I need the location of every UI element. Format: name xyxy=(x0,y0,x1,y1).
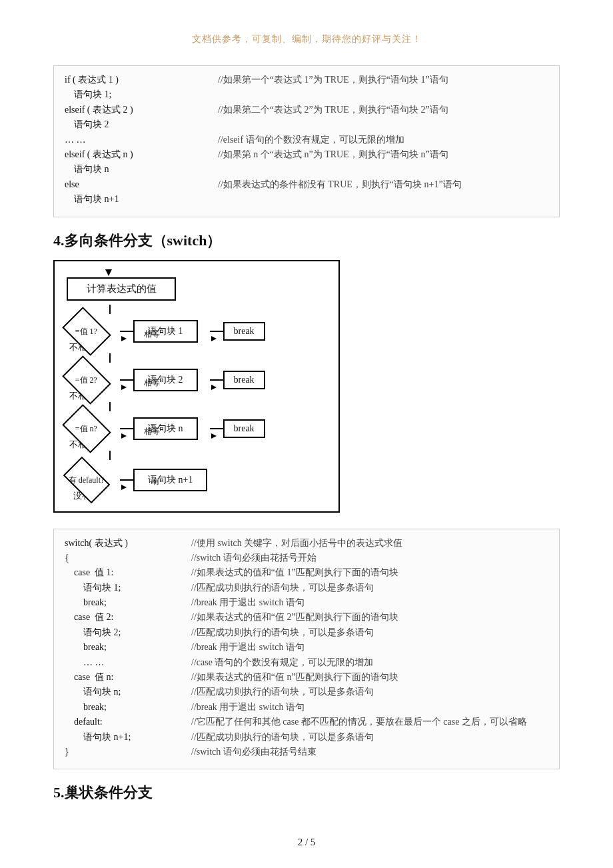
code-text: break; xyxy=(65,595,191,610)
code-text: switch( 表达式 ) xyxy=(65,536,191,551)
code-text: break; xyxy=(65,700,191,715)
code-text: elseif ( 表达式 n ) xyxy=(65,147,218,162)
equal-label: 相等 xyxy=(144,329,326,340)
code-comment: //匹配成功则执行的语句块，可以是多条语句 xyxy=(191,685,548,699)
equal-label: 相等 xyxy=(144,377,326,389)
arrow-right-icon xyxy=(120,428,133,429)
code-comment: //case 语句的个数没有规定，可以无限的增加 xyxy=(191,655,548,670)
code-text: case 值 n: xyxy=(65,670,191,685)
switch-flowchart: 计算表达式的值 =值 1? 语句块 1 break 相等 不相等 =值 2? 语… xyxy=(53,260,340,513)
equal-label: 相等 xyxy=(144,426,326,437)
code-text: default: xyxy=(65,715,191,729)
code-comment: //如果第 n 个“表达式 n”为 TRUE，则执行“语句块 n”语句 xyxy=(218,147,548,162)
code-text: 语句块 2; xyxy=(65,625,191,640)
code-text: 语句块 n+1 xyxy=(65,192,218,207)
code-comment: //匹配成功则执行的语句块，可以是多条语句 xyxy=(191,581,548,595)
code-text: 语句块 n xyxy=(65,162,218,177)
not-equal-label: 不相等 xyxy=(69,341,326,353)
switch-code-figure: switch( 表达式 )//使用 switch 关键字，对后面小括号中的表达式… xyxy=(53,529,560,770)
code-comment xyxy=(218,117,548,132)
if-elseif-code-block: if ( 表达式 1 )//如果第一个“表达式 1”为 TRUE，则执行“语句块… xyxy=(53,65,560,217)
flow-line xyxy=(109,402,111,411)
code-text: if ( 表达式 1 ) xyxy=(65,73,218,87)
code-text: } xyxy=(65,745,191,759)
code-comment: //它匹配了任何和其他 case 都不匹配的情况，要放在最后一个 case 之后… xyxy=(191,715,548,729)
code-text: … … xyxy=(65,133,218,147)
code-comment: //break 用于退出 switch 语句 xyxy=(191,595,548,610)
flowchart-start-box: 计算表达式的值 xyxy=(67,277,176,301)
code-text: break; xyxy=(65,640,191,655)
code-comment: //匹配成功则执行的语句块，可以是多条语句 xyxy=(191,625,548,640)
none-label: 没有 xyxy=(73,490,326,502)
page-footer: 2 / 5 xyxy=(0,837,613,848)
code-text: else xyxy=(65,177,218,192)
code-comment: //elseif 语句的个数没有规定，可以无限的增加 xyxy=(218,133,548,147)
switch-code-block: switch( 表达式 )//使用 switch 关键字，对后面小括号中的表达式… xyxy=(53,529,560,770)
not-equal-label: 不相等 xyxy=(69,390,326,402)
code-text: 语句块 1; xyxy=(65,581,191,595)
code-comment: //break 用于退出 switch 语句 xyxy=(191,640,548,655)
header-note: 文档供参考，可复制、编制，期待您的好评与关注！ xyxy=(53,33,560,45)
code-comment: //如果第二个“表达式 2”为 TRUE，则执行“语句块 2”语句 xyxy=(218,103,548,117)
code-text: case 值 1: xyxy=(65,565,191,580)
code-comment: //如果表达式的值和“值 2”匹配则执行下面的语句块 xyxy=(191,610,548,625)
arrow-right-icon xyxy=(120,379,133,381)
code-text: … … xyxy=(65,655,191,670)
statement-box: 语句块 n+1 xyxy=(133,469,207,491)
code-text: 语句块 1; xyxy=(65,87,218,102)
code-comment: //如果第一个“表达式 1”为 TRUE，则执行“语句块 1”语句 xyxy=(218,73,548,87)
arrow-right-icon xyxy=(120,479,133,481)
code-text: 语句块 2 xyxy=(65,117,218,132)
code-comment: //switch 语句必须由花括号结束 xyxy=(191,745,548,759)
flow-line xyxy=(109,305,111,314)
code-comment: //使用 switch 关键字，对后面小括号中的表达式求值 xyxy=(191,536,548,551)
code-comment xyxy=(218,162,548,177)
arrow-right-icon xyxy=(120,331,133,332)
code-comment: //如果表达式的值和“值 1”匹配则执行下面的语句块 xyxy=(191,565,548,580)
code-comment: //break 用于退出 switch 语句 xyxy=(191,700,548,715)
section-5-heading: 5.巢状条件分支 xyxy=(53,783,560,803)
code-text: { xyxy=(65,551,191,565)
if-elseif-code-figure: if ( 表达式 1 )//如果第一个“表达式 1”为 TRUE，则执行“语句块… xyxy=(53,65,560,217)
code-text: 语句块 n; xyxy=(65,685,191,699)
code-comment: //如果表达式的条件都没有 TRUE，则执行“语句块 n+1”语句 xyxy=(218,177,548,192)
code-comment: //switch 语句必须由花括号开始 xyxy=(191,551,548,565)
code-comment xyxy=(218,192,548,207)
code-text: elseif ( 表达式 2 ) xyxy=(65,103,218,117)
code-comment: //如果表达式的值和“值 n”匹配则执行下面的语句块 xyxy=(191,670,548,685)
decision-label: =值 1? xyxy=(75,325,97,337)
code-text: case 值 2: xyxy=(65,610,191,625)
code-text: 语句块 n+1; xyxy=(65,730,191,745)
code-comment: //匹配成功则执行的语句块，可以是多条语句 xyxy=(191,730,548,745)
code-comment xyxy=(218,87,548,102)
decision-label: =值 n? xyxy=(75,423,97,434)
arrow-down-icon xyxy=(105,269,112,276)
flow-line xyxy=(109,353,111,363)
document-page: 文档供参考，可复制、编制，期待您的好评与关注！ if ( 表达式 1 )//如果… xyxy=(0,0,613,868)
flow-line xyxy=(109,451,111,460)
not-equal-label: 不相等 xyxy=(69,439,326,451)
section-4-heading: 4.多向条件分支（switch） xyxy=(53,231,560,251)
decision-label: 有 default? xyxy=(69,474,105,485)
decision-label: =值 2? xyxy=(75,374,97,385)
